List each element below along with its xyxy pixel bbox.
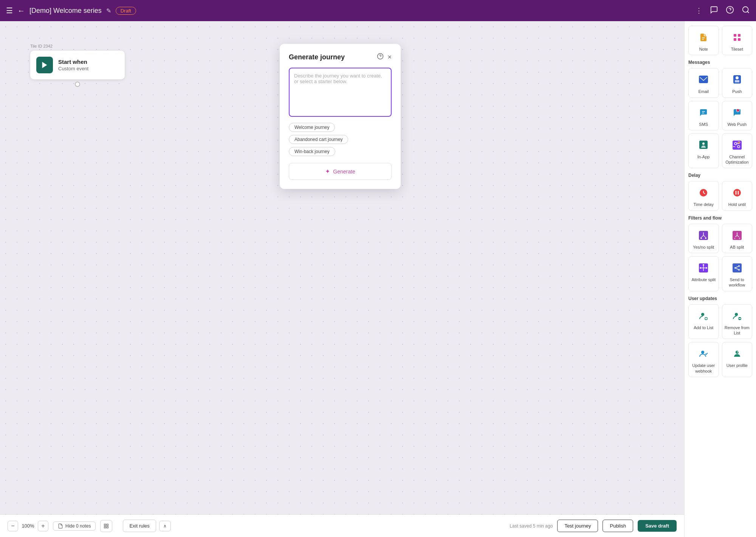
holduntil-icon: [730, 186, 744, 200]
sidebar-item-timedelay[interactable]: Time delay: [688, 181, 719, 210]
sidebar-item-sendworkflow[interactable]: Send to workflow: [722, 256, 753, 291]
absplit-label: AB split: [730, 245, 744, 250]
modal-help-icon[interactable]: [377, 53, 384, 62]
suggestion-chips: Welcome journey Abandoned cart journey W…: [289, 118, 392, 158]
attrsplit-icon: [697, 261, 710, 275]
svg-point-26: [702, 142, 705, 145]
sidebar-item-channelopt[interactable]: ⚡ Channel Optimization: [722, 133, 753, 169]
tile-card[interactable]: Start when Custom event: [30, 51, 125, 79]
bottom-right: Last saved 5 min ago Test journey Publis…: [510, 520, 677, 532]
hide-notes-button[interactable]: Hide 0 notes: [53, 522, 96, 531]
push-icon: [730, 73, 744, 87]
sidebar-top-grid: Note Tileset: [688, 26, 752, 55]
sidebar-item-webpush[interactable]: ! Web Push: [722, 101, 753, 130]
exit-rules-button[interactable]: Exit rules: [123, 520, 156, 532]
chat-icon[interactable]: [710, 6, 718, 16]
svg-point-40: [705, 237, 706, 239]
save-draft-button[interactable]: Save draft: [638, 520, 677, 532]
holduntil-label: Hold until: [728, 202, 746, 207]
sidebar-item-updateuser[interactable]: Update user webhook: [688, 342, 719, 377]
svg-point-51: [734, 267, 736, 269]
inapp-label: In-App: [697, 154, 710, 159]
svg-point-35: [733, 189, 741, 197]
messages-grid: Email Push: [688, 68, 752, 168]
modal-header-icons: ×: [377, 53, 392, 62]
generate-button[interactable]: ✦ Generate: [289, 163, 392, 180]
svg-point-39: [700, 237, 702, 239]
sms-icon: [697, 106, 710, 119]
sidebar-item-userprofile[interactable]: User profile: [722, 342, 753, 377]
menu-icon[interactable]: ☰: [6, 6, 13, 15]
svg-rect-8: [107, 524, 108, 525]
svg-rect-7: [104, 524, 106, 525]
help-icon[interactable]: [726, 6, 734, 16]
note-label: Note: [699, 46, 708, 52]
addlist-icon: [697, 309, 710, 323]
removelist-icon: [730, 309, 744, 323]
chip-winback-journey[interactable]: Win-back journey: [289, 147, 335, 156]
sidebar-item-yesnosplit[interactable]: Yes/no split: [688, 224, 719, 253]
notes-icon: [58, 523, 63, 529]
removelist-label: Remove from List: [725, 325, 750, 336]
sms-label: SMS: [699, 122, 708, 127]
timedelay-icon: [697, 186, 710, 200]
publish-button[interactable]: Publish: [603, 520, 633, 532]
tile-start-icon: [36, 57, 53, 73]
sidebar-item-inapp[interactable]: In-App: [688, 133, 719, 169]
section-title-userupdates: User updates: [688, 296, 752, 301]
sidebar-item-removelist[interactable]: Remove from List: [722, 304, 753, 339]
chip-welcome-journey[interactable]: Welcome journey: [289, 123, 335, 132]
section-title-delay: Delay: [688, 173, 752, 178]
sidebar-item-push[interactable]: Push: [722, 68, 753, 97]
collapse-exit-rules-button[interactable]: ∧: [159, 521, 171, 531]
sidebar-item-absplit[interactable]: A B AB split: [722, 224, 753, 253]
svg-point-63: [701, 351, 704, 354]
sidebar-item-addlist[interactable]: Add to List: [688, 304, 719, 339]
generate-journey-modal: Generate journey × Welcome journey Aband…: [280, 44, 401, 189]
draft-badge: Draft: [116, 7, 136, 15]
search-icon[interactable]: [742, 6, 750, 16]
journey-description-input[interactable]: [289, 68, 392, 117]
modal-title: Generate journey: [289, 53, 345, 61]
layout-icon-button[interactable]: [100, 520, 112, 532]
tile-subtitle: Custom event: [58, 66, 88, 71]
svg-rect-50: [733, 263, 742, 272]
zoom-in-button[interactable]: +: [38, 521, 48, 531]
test-journey-button[interactable]: Test journey: [557, 520, 598, 532]
sidebar-item-holduntil[interactable]: Hold until: [722, 181, 753, 210]
notes-label: Hide 0 notes: [65, 523, 91, 529]
svg-point-56: [701, 313, 704, 316]
email-icon: [697, 73, 710, 87]
timedelay-label: Time delay: [694, 202, 714, 207]
edit-icon[interactable]: ✎: [106, 7, 111, 14]
main-container: Tile ID 2342 Start when Custom event Gen…: [0, 21, 756, 537]
header-left: ☰ ← [Demo] Welcome series ✎ Draft: [6, 6, 691, 15]
addlist-label: Add to List: [694, 325, 713, 330]
tile-connector: [75, 82, 80, 87]
svg-rect-20: [735, 80, 739, 82]
svg-point-49: [706, 267, 707, 269]
tile-id: Tile ID 2342: [30, 44, 125, 48]
webpush-icon: !: [730, 106, 744, 119]
more-icon[interactable]: ⋮: [696, 6, 702, 15]
zoom-out-button[interactable]: −: [8, 521, 18, 531]
note-icon: [697, 31, 710, 44]
sidebar-item-tileset[interactable]: Tileset: [722, 26, 753, 55]
back-icon[interactable]: ←: [17, 6, 25, 15]
userprofile-icon: [730, 347, 744, 361]
canvas[interactable]: Tile ID 2342 Start when Custom event Gen…: [0, 21, 684, 537]
start-tile[interactable]: Tile ID 2342 Start when Custom event: [30, 44, 125, 87]
chip-abandoned-cart[interactable]: Abandoned cart journey: [289, 135, 348, 144]
modal-close-icon[interactable]: ×: [387, 53, 392, 61]
yesnosplit-icon: [697, 229, 710, 242]
tile-title: Start when: [58, 59, 88, 65]
push-label: Push: [732, 89, 742, 94]
sidebar-item-email[interactable]: Email: [688, 68, 719, 97]
updateuser-label: Update user webhook: [691, 363, 716, 374]
sidebar-item-sms[interactable]: SMS: [688, 101, 719, 130]
updateuser-icon: [697, 347, 710, 361]
right-sidebar: Note Tileset Messages: [684, 21, 756, 537]
sidebar-item-attrsplit[interactable]: Attribute split: [688, 256, 719, 291]
last-saved-text: Last saved 5 min ago: [510, 523, 553, 529]
sidebar-item-note[interactable]: Note: [688, 26, 719, 55]
